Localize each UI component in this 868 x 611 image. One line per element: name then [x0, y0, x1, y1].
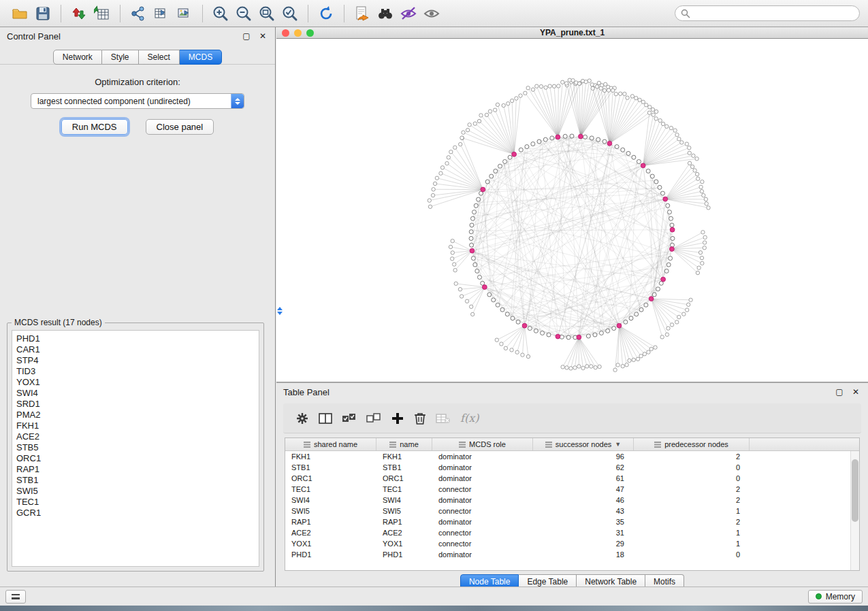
column-header-mcds-role[interactable]: MCDS role [432, 438, 533, 450]
columns-icon [319, 412, 332, 425]
binoculars-icon [376, 5, 394, 22]
mcds-result-item[interactable]: CAR1 [16, 344, 255, 355]
image-export-icon [176, 5, 193, 22]
table-scrollbar[interactable] [850, 451, 859, 570]
table-row[interactable]: SWI4SWI4dominator462 [285, 495, 850, 506]
mcds-result-item[interactable]: SWI5 [16, 486, 255, 497]
column-header-successor-nodes[interactable]: successor nodes ▼ [533, 438, 634, 450]
table-cell: YOX1 [285, 540, 376, 548]
mcds-result-item[interactable]: TID3 [16, 366, 255, 377]
mcds-result-item[interactable]: ORC1 [16, 453, 255, 464]
mcds-result-item[interactable]: SWI4 [16, 388, 255, 399]
add-row-button[interactable] [391, 409, 404, 428]
toolbar-separator [202, 5, 203, 22]
mcds-result-item[interactable]: GCR1 [16, 508, 255, 518]
run-mcds-button[interactable]: Run MCDS [61, 119, 128, 135]
table-row[interactable]: YOX1YOX1connector291 [285, 538, 850, 549]
table-cell: RAP1 [376, 518, 432, 526]
optimization-criterion-label: Optimization criterion: [0, 77, 275, 87]
network-search-field[interactable] [675, 5, 860, 21]
mcds-result-group: MCDS result (17 nodes) PHD1CAR1STP4TID3Y… [7, 318, 264, 572]
mcds-result-item[interactable]: STB1 [16, 475, 255, 486]
table-settings-button[interactable] [295, 409, 309, 428]
search-input[interactable] [694, 9, 854, 18]
zoom-in-button[interactable] [209, 3, 232, 24]
show-details-button[interactable] [420, 3, 443, 24]
window-controls [282, 29, 314, 37]
mcds-result-item[interactable]: ACE2 [16, 431, 255, 442]
mcds-result-item[interactable]: PHD1 [16, 333, 255, 344]
close-panel-icon[interactable]: ✕ [850, 386, 861, 397]
criterion-dropdown[interactable]: largest connected component (undirected) [31, 93, 244, 109]
table-row[interactable]: ORC1ORC1dominator610 [285, 473, 850, 484]
table-row[interactable]: FKH1FKH1dominator962 [285, 451, 850, 462]
float-window-icon[interactable]: ▢ [241, 31, 252, 42]
table-row[interactable]: STB1STB1dominator620 [285, 462, 850, 473]
export-image-button[interactable] [173, 3, 196, 24]
open-folder-icon [12, 5, 28, 22]
table-export-icon [153, 5, 170, 22]
zoom-out-button[interactable] [232, 3, 255, 24]
zoom-selected-button[interactable] [278, 3, 302, 24]
column-header-predecessor-nodes[interactable]: predecessor nodes [634, 438, 750, 450]
column-header-name[interactable]: name [376, 438, 432, 450]
column-header-shared-name[interactable]: shared name [285, 438, 376, 450]
zoom-in-icon [212, 5, 229, 22]
refresh-button[interactable] [315, 3, 338, 24]
mcds-result-list[interactable]: PHD1CAR1STP4TID3YOX1SWI4SRD1PMA2FKH1ACE2… [12, 330, 259, 567]
task-history-button[interactable] [5, 590, 26, 604]
close-panel-icon[interactable]: ✕ [257, 31, 268, 42]
mcds-result-item[interactable]: PMA2 [16, 410, 255, 420]
network-canvas[interactable] [276, 39, 868, 382]
deselect-all-button[interactable] [366, 409, 381, 428]
import-network-button[interactable] [67, 3, 91, 24]
select-all-button[interactable] [342, 409, 357, 428]
scrollbar-thumb[interactable] [852, 459, 858, 522]
table-cell: dominator [432, 496, 533, 504]
table-row[interactable]: ACE2ACE2connector311 [285, 527, 850, 538]
zoom-fit-button[interactable] [255, 3, 278, 24]
document-share-button[interactable] [351, 3, 374, 24]
control-panel-header: Control Panel ▢ ✕ [0, 27, 275, 45]
node-table: shared name name MCDS role successor nod… [285, 437, 860, 571]
tab-select[interactable]: Select [139, 50, 180, 65]
mcds-result-item[interactable]: STB5 [16, 442, 255, 453]
mcds-result-item[interactable]: RAP1 [16, 464, 255, 475]
mcds-result-item[interactable]: TEC1 [16, 497, 255, 508]
float-window-icon[interactable]: ▢ [834, 386, 845, 397]
delete-row-button[interactable] [414, 409, 426, 428]
close-window-icon[interactable] [282, 29, 289, 37]
network-window-titlebar[interactable]: YPA_prune.txt_1 [276, 27, 868, 39]
save-session-button[interactable] [31, 3, 54, 24]
sort-descending-icon: ▼ [615, 441, 621, 448]
export-table-button[interactable] [150, 3, 173, 24]
tab-network[interactable]: Network [53, 50, 102, 65]
mcds-result-item[interactable]: YOX1 [16, 377, 255, 388]
mcds-result-item[interactable]: FKH1 [16, 420, 255, 431]
memory-button[interactable]: Memory [808, 590, 863, 604]
table-row[interactable]: PHD1PHD1dominator180 [285, 549, 850, 560]
mcds-result-item[interactable]: STP4 [16, 355, 255, 366]
minimize-window-icon[interactable] [294, 29, 302, 37]
export-network-button[interactable] [127, 3, 150, 24]
table-cell: RAP1 [285, 518, 376, 526]
table-row[interactable]: SWI5SWI5connector431 [285, 506, 850, 516]
table-cell: ACE2 [285, 529, 376, 537]
table-cell: 35 [533, 518, 634, 526]
hide-details-button[interactable] [397, 3, 420, 24]
table-row[interactable]: RAP1RAP1dominator352 [285, 516, 850, 527]
open-session-button[interactable] [8, 3, 31, 24]
splitter-collapse-icon[interactable] [277, 307, 283, 315]
close-panel-button[interactable]: Close panel [146, 119, 214, 135]
tab-style[interactable]: Style [102, 50, 139, 65]
mcds-result-item[interactable]: SRD1 [16, 399, 255, 410]
binoculars-search-button[interactable] [374, 3, 397, 24]
table-cell: 0 [634, 474, 750, 482]
main-toolbar [0, 0, 868, 27]
zoom-selected-icon [281, 5, 299, 22]
table-row[interactable]: TEC1TEC1connector472 [285, 484, 850, 495]
import-table-button[interactable] [91, 3, 114, 24]
tab-mcds[interactable]: MCDS [180, 50, 222, 65]
show-columns-button[interactable] [319, 409, 332, 428]
maximize-window-icon[interactable] [306, 29, 314, 37]
